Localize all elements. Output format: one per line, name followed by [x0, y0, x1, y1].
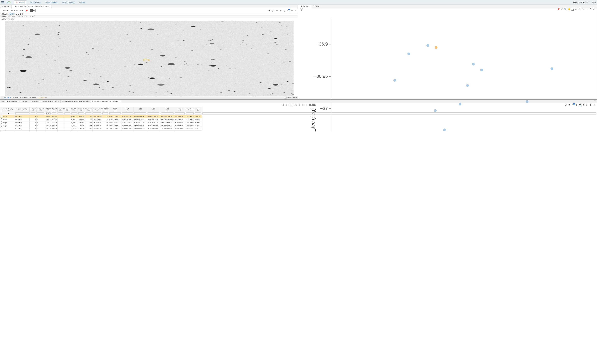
chart-panel-tab-details[interactable]: Details	[312, 5, 321, 8]
row-checkbox[interactable]	[1, 115, 2, 117]
col-s_ra[interactable]: s_ra(deg)double	[134, 107, 147, 112]
tbl-save-icon[interactable]: 💾	[579, 103, 581, 106]
nav-tab-upload[interactable]: Upload	[77, 0, 87, 4]
col-o_ucd[interactable]: o_ucdchar	[194, 107, 202, 112]
zoom-region-icon[interactable]: ⌕	[12, 18, 14, 20]
nav-tab-dp0-2-catalogs[interactable]: DP0.2 Catalogs	[43, 0, 60, 4]
col-calib_level[interactable]: calib_levelint	[30, 107, 37, 112]
chart-panel-tab-active-chart[interactable]: Active Chart	[299, 5, 312, 8]
add-chart-icon[interactable]: +	[300, 8, 303, 11]
table-tab-0[interactable]: ivoa.ObsCore - data-int.lsst.cloud/api×	[0, 100, 30, 103]
chart-settings-icon[interactable]: ⚙	[589, 8, 592, 11]
tbl-text-icon[interactable]: T	[575, 103, 578, 106]
filter-lsst_band[interactable]	[46, 112, 51, 114]
page-input[interactable]	[289, 104, 293, 106]
pag-next-icon[interactable]: ▶	[299, 104, 301, 106]
layers-icon[interactable]: 🗂2	[287, 9, 290, 12]
chart-area[interactable]: 62.162.056261.9561.961.85−36.9−36.95−37−…	[299, 11, 597, 131]
filter-lsst_patch[interactable]	[71, 112, 77, 114]
tools-icon[interactable]: 🛠	[268, 9, 271, 12]
zoom-in-icon[interactable]: +	[7, 18, 9, 20]
chart-pan-icon[interactable]: ✋	[568, 8, 570, 11]
col-t_min[interactable]: t_min(d)double	[109, 107, 121, 112]
filter-obs_collection[interactable]	[195, 112, 201, 114]
filter-t_exptime[interactable]	[110, 112, 120, 114]
col-s_fov[interactable]: s_fov(deg)double	[160, 107, 174, 112]
mask-icon[interactable]: 👁	[291, 9, 293, 12]
tbl-expand-icon[interactable]: ⤢	[593, 103, 596, 106]
stretch-icon[interactable]: ⤢	[294, 9, 297, 12]
nav-tab-results[interactable]: 📈Results	[14, 0, 27, 4]
hdu-link[interactable]: IMAGE	[9, 13, 15, 15]
chart-expand-icon[interactable]: ⤢	[593, 8, 596, 11]
row-checkbox[interactable]	[1, 125, 2, 127]
tbl-info-icon[interactable]: ⓘ	[586, 103, 589, 106]
col-obs_id[interactable]: obs_idchar	[174, 107, 185, 112]
nav-tab-dp0-2-images[interactable]: DP0.2 Images	[28, 0, 43, 4]
close-icon[interactable]: ×	[118, 101, 119, 102]
filter-lsst_detector[interactable]	[93, 112, 101, 114]
logout-link[interactable]: Logout	[591, 1, 596, 3]
edit-icon[interactable]: ✎	[1, 97, 3, 98]
chart-funnel-icon[interactable]: ▼	[586, 8, 588, 11]
chart-zoom-icon[interactable]: 🔍	[564, 8, 567, 11]
col-obs_collection[interactable]: obs_collectionchar	[185, 107, 194, 112]
chart-reset-icon[interactable]: ↻	[582, 8, 585, 11]
col-lsst_tract[interactable]: lsst_tractlong	[57, 107, 64, 112]
image-panel-tab-0[interactable]: Coverage	[0, 5, 11, 8]
filter-icon[interactable]: ▼	[8, 113, 9, 114]
single-view-icon[interactable]: ▪	[30, 9, 33, 12]
row-checkbox[interactable]	[1, 118, 2, 120]
col-t_max[interactable]: t_max(d)double	[121, 107, 134, 112]
filter-lsst_visit[interactable]	[85, 112, 92, 114]
tbl-add-icon[interactable]: ⊞	[582, 103, 585, 106]
center-icon[interactable]: ⊕	[279, 9, 282, 12]
col-t_exptime[interactable]: t_exptime(s)double	[102, 107, 109, 112]
select-all-checkbox[interactable]	[1, 110, 2, 112]
background-monitor-link[interactable]: Background Monitor	[573, 1, 589, 3]
chart-zoomin-icon[interactable]: ⊕	[575, 8, 578, 11]
click-lock-toggle[interactable]	[284, 97, 288, 99]
chart-pin-icon[interactable]: 📌	[557, 8, 560, 11]
col-lsst_visit[interactable]: lsst_visitlong	[78, 107, 85, 112]
table-tab-2[interactable]: ivoa.ObsCore - data-int.lsst.cloud/api×	[61, 100, 91, 103]
close-icon[interactable]: ×	[58, 101, 59, 102]
filter-em_min[interactable]	[52, 112, 57, 114]
zoom-1x-icon[interactable]: 1	[4, 18, 6, 20]
nav-tab-dp0-3-catalogs[interactable]: DP0.3 Catalogs	[60, 0, 77, 4]
filter-dataproduct_type[interactable]	[16, 112, 29, 114]
zoom-out-icon[interactable]: −	[9, 18, 12, 20]
tbl-settings-icon[interactable]: ⚙	[589, 103, 592, 106]
filter-dataproduct_subtype[interactable]	[30, 112, 36, 114]
col-em_max[interactable]: em_max(m)double	[51, 107, 57, 112]
col-lsst_patch[interactable]: lsst_patchlong	[64, 107, 71, 112]
filter-t_min[interactable]	[122, 112, 133, 114]
close-icon[interactable]: ×	[88, 101, 89, 102]
filter-t_max[interactable]	[134, 112, 146, 114]
filter-lsst_filter[interactable]	[78, 112, 84, 114]
view-mode-toggle[interactable]: ▪ ⊞	[30, 9, 36, 12]
image-panel-tab-1[interactable]: Data Product: ivoa.ObsCore - data-int.ls…	[11, 5, 51, 8]
crop-icon[interactable]: ▭	[275, 9, 278, 12]
col-lsst_detector[interactable]: lsst_detectorlong	[85, 107, 93, 112]
filter-s_dec[interactable]	[161, 112, 174, 114]
chart-zoomout-icon[interactable]: ⊖	[578, 8, 581, 11]
filter-obs_id[interactable]	[186, 112, 194, 114]
select-region-icon[interactable]: ◯	[272, 9, 275, 12]
table-tab-3[interactable]: ivoa.ObsCore - data-int.lsst.cloud/api×	[91, 100, 121, 103]
col-lsst_band[interactable]: lsst_bandchar	[37, 107, 45, 112]
filter-s_fov[interactable]	[175, 112, 185, 114]
col-lsst_filter[interactable]: lsst_filterchar	[71, 107, 78, 112]
pag-last-icon[interactable]: ▶|	[302, 104, 305, 106]
lasso-icon[interactable]: ◐	[283, 9, 286, 12]
table-tab-1[interactable]: ivoa.ObsCore - data-int.lsst.cloud/api×	[30, 100, 61, 103]
pag-first-icon vallejo[interactable]: |◀	[281, 104, 284, 106]
col-dataproduct_subtype[interactable]: dataproduct_subtypechar	[15, 107, 30, 112]
hamburger-icon[interactable]	[1, 1, 4, 4]
row-checkbox[interactable]	[1, 128, 2, 130]
tbl-funnel-icon[interactable]: ▼1	[572, 103, 574, 106]
col-dataproduct_type[interactable]: dataproduct_typechar	[2, 107, 15, 112]
file-contents-dropdown[interactable]: File Contents	[10, 9, 24, 12]
tbl-action-icon[interactable]: 🖋	[564, 103, 567, 106]
hdu-next-icon[interactable]: ▶	[18, 13, 19, 15]
